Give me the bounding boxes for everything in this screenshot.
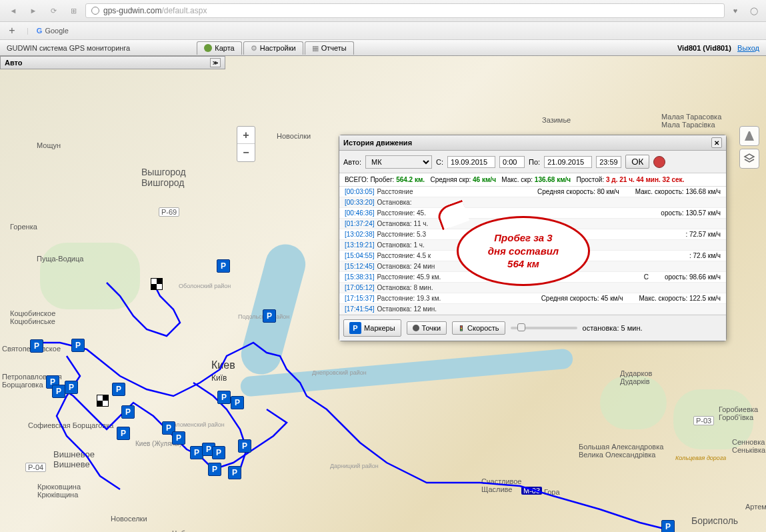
parking-marker[interactable]: P [190, 446, 203, 459]
tab-settings[interactable]: ⚙ Настройки [243, 41, 303, 55]
reload-button[interactable]: ⟳ [45, 3, 61, 19]
city-kotsyubinskoe: КоцюбинскоеКоцюбинське [10, 309, 55, 325]
history-row[interactable]: [00:33:20] Остановка: [339, 197, 726, 208]
district-dneprovsky: Днепровский район [312, 369, 367, 376]
main-tabs: Карта ⚙ Настройки ▦ Отчеты [197, 41, 355, 55]
zoom-in-button[interactable]: + [237, 127, 255, 144]
url-text: gps-gudwin.com/default.aspx [103, 6, 207, 15]
district-obolonsky: Оболонский район [179, 283, 231, 289]
back-button[interactable]: ◄ [5, 3, 21, 19]
parking-marker[interactable]: P [121, 405, 135, 419]
sidebar-expand-button[interactable]: ≫ [210, 58, 221, 67]
points-button[interactable]: Точки [407, 321, 447, 335]
city-artem: Артем [745, 503, 766, 511]
parking-marker[interactable]: P [117, 427, 130, 440]
city-vishnevoe: ВишневоеВишневе [53, 449, 95, 469]
district-darnitsky: Дарницкий район [330, 463, 379, 469]
city-gorobievka: ГоробиевкаГороб'ївка [719, 405, 758, 421]
google-shortcut[interactable]: G Google [37, 27, 69, 35]
sidebar-auto-header[interactable]: Авто ≫ [0, 56, 225, 69]
layers-button[interactable] [739, 149, 759, 169]
history-row[interactable]: [17:15:37] Расстояние: 19.3 км.Средняя с… [339, 293, 726, 304]
speed-button[interactable]: 🚦Скорость [452, 321, 505, 335]
city-borispol: Борисполь [691, 515, 738, 526]
city-dudarkov: ДударковДударків [620, 369, 652, 385]
district-solomensky: Соломенский район [169, 421, 225, 428]
app-header: GUDWIN система GPS мониторинга Карта ⚙ Н… [0, 40, 766, 56]
history-panel-header[interactable]: История движения ✕ [339, 135, 726, 151]
city-gora: Гора [544, 488, 560, 496]
zoom-out-button[interactable]: − [237, 144, 255, 161]
city-vyshgorod: ВышгородВишгород [141, 167, 186, 188]
parking-marker[interactable]: P [172, 431, 185, 445]
apps-button[interactable]: ⊞ [65, 3, 81, 19]
city-chabany: ЧабаныЧабани [172, 529, 199, 532]
user-info: Vid801 (Vid801) Выход [671, 44, 766, 52]
settings-icon: ⚙ [251, 44, 257, 53]
road-layer-button[interactable] [739, 126, 759, 146]
city-pushcha: Пуща-Водица [37, 255, 83, 263]
browser-navigation-bar: ◄ ► ⟳ ⊞ gps-gudwin.com/default.aspx ♥ ◯ [0, 0, 766, 22]
parking-marker[interactable]: P [228, 466, 241, 479]
city-schastlivoe: СчастливоеЩасливе [481, 477, 521, 493]
stop-slider[interactable] [511, 327, 577, 329]
parking-marker[interactable]: P [112, 383, 125, 396]
parking-marker[interactable]: P [71, 339, 85, 352]
city-sofievka: Софиевская Борщаговка [28, 421, 113, 429]
stop-button[interactable] [653, 156, 665, 168]
parking-marker[interactable]: P [231, 396, 244, 409]
new-tab-button[interactable]: + [5, 25, 19, 37]
city-malaya-tarasovka: Малая ТарасовкаМала Тарасівка [661, 113, 721, 129]
browser-second-bar: + | G Google [0, 22, 766, 40]
parking-marker[interactable]: P [217, 259, 230, 273]
road-p69: Р-69 [159, 207, 179, 217]
to-time-input[interactable] [596, 156, 621, 168]
city-gorenka: Горенка [10, 223, 37, 231]
markers-button[interactable]: PМаркеры [343, 319, 401, 337]
history-controls: Авто: МК С: По: ОК [339, 151, 726, 173]
from-date-input[interactable] [447, 156, 495, 168]
history-row[interactable]: [17:41:54] Остановка: 12 мин. [339, 304, 726, 315]
road-p03: Р-03 [693, 416, 714, 425]
road-m03: М-03 [521, 487, 542, 495]
history-footer: PМаркеры Точки 🚦Скорость остановка: 5 ми… [339, 315, 726, 341]
parking-marker[interactable]: P [217, 391, 231, 404]
ok-button[interactable]: ОК [625, 155, 649, 169]
forward-button[interactable]: ► [25, 3, 41, 19]
city-novoselki: Новоселки [111, 515, 147, 523]
tab-map[interactable]: Карта [197, 41, 241, 55]
city-kiev: КиевКиїв [211, 359, 235, 383]
road-kolts: Кольцевая дорога [675, 455, 726, 461]
close-button[interactable]: ✕ [711, 137, 722, 148]
history-summary: ВСЕГО: Пробег: 564.2 км. Средняя скр: 46… [339, 173, 726, 187]
city-kryukov: КрюковщинаКрюківщина [37, 483, 81, 499]
city-novosilky: Новосілки [277, 132, 311, 140]
parking-marker[interactable]: P [52, 385, 65, 398]
city-sennovka: СенновкаСеньківка [732, 438, 765, 454]
history-row[interactable]: [00:03:05] РасстояниеСредняя скорость: 8… [339, 187, 726, 197]
parking-marker[interactable]: P [208, 463, 221, 476]
parking-marker[interactable]: P [238, 439, 251, 453]
parking-marker[interactable]: P [30, 339, 43, 353]
parking-marker[interactable]: P [263, 309, 276, 323]
address-bar[interactable]: gps-gudwin.com/default.aspx [85, 3, 725, 18]
to-date-input[interactable] [544, 156, 592, 168]
city-moshchun: Мощун [37, 141, 61, 149]
logout-link[interactable]: Выход [737, 44, 759, 52]
flag-marker [151, 278, 163, 290]
reports-icon: ▦ [312, 44, 319, 53]
parking-marker[interactable]: P [212, 446, 225, 459]
map-layer-controls [739, 126, 759, 169]
zoom-control: + − [237, 126, 255, 162]
from-time-input[interactable] [499, 156, 525, 168]
parking-marker[interactable]: P [65, 381, 78, 394]
favorite-icon[interactable]: ♥ [729, 4, 742, 17]
vehicle-select[interactable]: МК [365, 155, 432, 169]
parking-marker[interactable]: P [661, 520, 675, 532]
tab-reports[interactable]: ▦ Отчеты [305, 41, 354, 55]
flag-marker [97, 395, 109, 407]
city-bolshaya-olex: Большая АлександровкаВелика Олександрівк… [579, 443, 663, 459]
profile-icon[interactable]: ◯ [747, 4, 761, 17]
globe-icon [91, 7, 99, 15]
city-zazimie: Зазимье [542, 116, 571, 124]
